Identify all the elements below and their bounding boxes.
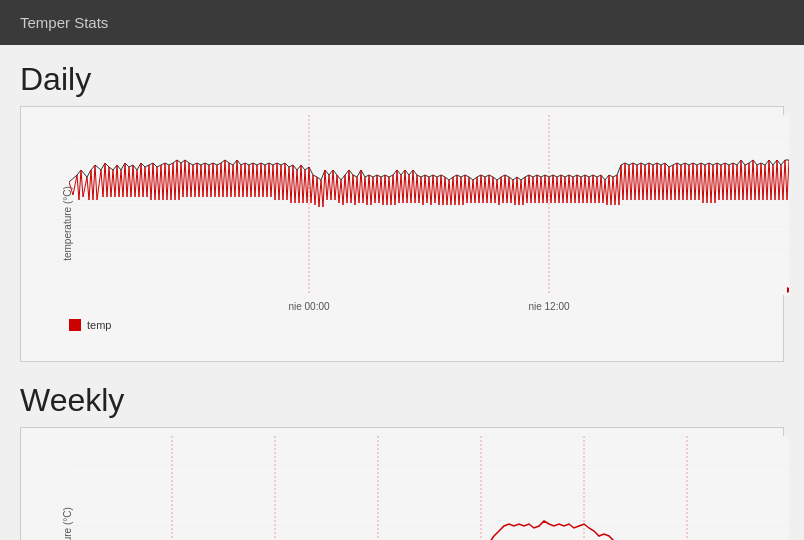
weekly-title: Weekly	[20, 382, 784, 419]
svg-text:nie 00:00: nie 00:00	[288, 301, 330, 312]
daily-legend: temp	[69, 319, 753, 331]
daily-y-axis-label: temperature (°C)	[62, 183, 73, 263]
daily-title: Daily	[20, 61, 784, 98]
svg-rect-23	[69, 436, 789, 540]
titlebar: Temper Stats	[0, 0, 804, 45]
daily-chart: 10 12 14 16 18 20 22 24	[69, 115, 789, 315]
daily-section: Daily temperature (°C)	[20, 61, 784, 362]
svg-text:nie 12:00: nie 12:00	[528, 301, 570, 312]
main-content: Daily temperature (°C)	[0, 45, 804, 540]
app-title: Temper Stats	[20, 14, 108, 31]
weekly-section: Weekly temperature (°C) 30	[20, 382, 784, 540]
weekly-y-axis-label: temperature (°C)	[62, 504, 73, 540]
weekly-chart-container: temperature (°C) 30 28 26 24	[20, 427, 784, 540]
svg-marker-19	[787, 287, 789, 293]
weekly-chart: 30 28 26 24 22 20	[69, 436, 789, 540]
daily-chart-container: temperature (°C) 10	[20, 106, 784, 362]
